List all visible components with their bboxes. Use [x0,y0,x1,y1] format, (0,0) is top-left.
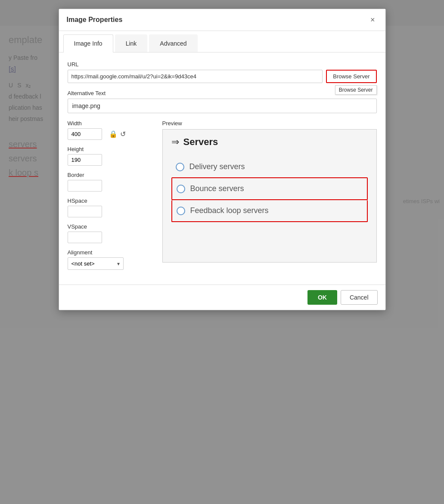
width-row: 🔒 ↺ [68,128,154,140]
scroll-left-arrow[interactable]: ◀ [163,263,170,263]
delivery-label: Delivery servers [189,162,245,171]
alignment-select-wrapper: <not set> Left Right Top Middle Bottom ▾ [68,257,124,270]
height-group: Height [68,146,154,166]
right-preview: Preview ⇒ Servers Delivery servers [162,120,377,276]
border-label: Border [68,172,154,178]
browse-server-container: Browse Server Browse Server [326,70,376,83]
bounce-servers-item: Bounce servers [171,177,368,200]
hspace-label: HSpace [68,198,154,204]
dialog-tabs: Image Info Link Advanced [59,31,385,53]
delivery-radio [176,163,184,171]
dialog-footer: OK Cancel [59,284,385,310]
lock-icons: 🔒 ↺ [109,130,126,138]
feedback-radio [177,207,185,215]
delivery-servers-item: Delivery servers [171,156,368,177]
width-label: Width [68,120,154,127]
height-label: Height [68,146,154,152]
browse-server-button[interactable]: Browse Server [326,70,376,83]
preview-box: ⇒ Servers Delivery servers [162,129,377,263]
tab-image-info[interactable]: Image Info [63,34,113,53]
dialog-header: Image Properties × [59,9,385,31]
bounce-label: Bounce servers [190,184,244,193]
scroll-right-arrow[interactable]: ▶ [369,263,376,263]
height-input[interactable] [68,154,102,166]
url-input[interactable] [68,70,323,83]
preview-label: Preview [162,120,377,127]
width-group: Width 🔒 ↺ [68,120,154,140]
bounce-radio [177,185,185,193]
hspace-input[interactable] [68,206,102,217]
browse-server-tooltip: Browse Server [335,85,377,95]
select-arrow-icon: ▾ [114,261,123,267]
border-group: Border [68,172,154,192]
preview-inner: ⇒ Servers Delivery servers [163,130,376,262]
alignment-select[interactable]: <not set> Left Right Top Middle Bottom [68,258,114,269]
reset-icon: ↺ [120,130,126,138]
dialog-title: Image Properties [67,16,123,24]
dialog-body: URL Browse Server Browse Server Alternat… [59,53,385,284]
dialog-overlay: Image Properties × Image Info Link Advan… [0,0,444,504]
width-input[interactable] [68,128,102,140]
vspace-input[interactable] [68,232,102,243]
hspace-group: HSpace [68,198,154,217]
left-controls: Width 🔒 ↺ Height [68,120,154,276]
border-input[interactable] [68,180,102,192]
alignment-label: Alignment [68,249,154,256]
vspace-group: VSpace [68,223,154,243]
image-properties-dialog: Image Properties × Image Info Link Advan… [59,9,386,310]
feedback-label: Feedback loop servers [190,206,269,215]
url-row: Browse Server Browse Server [68,70,377,83]
vspace-label: VSpace [68,223,154,230]
feedback-loop-servers-item: Feedback loop servers [171,200,368,222]
alt-text-label: Alternative Text [68,90,377,96]
cancel-button[interactable]: Cancel [341,290,378,305]
alt-text-input[interactable] [68,99,377,113]
servers-arrow-icon: ⇒ [171,136,179,148]
tab-link[interactable]: Link [115,34,148,52]
ok-button[interactable]: OK [307,290,337,305]
servers-title: Servers [183,136,218,148]
preview-scrollbar-h: ◀ ▶ [163,262,376,263]
alignment-group: Alignment <not set> Left Right Top Middl… [68,249,154,270]
url-label: URL [68,61,377,68]
tab-advanced[interactable]: Advanced [149,34,197,52]
servers-header: ⇒ Servers [171,136,368,148]
close-button[interactable]: × [368,15,378,25]
two-column-layout: Width 🔒 ↺ Height [68,120,377,276]
lock-icon: 🔒 [109,130,118,138]
